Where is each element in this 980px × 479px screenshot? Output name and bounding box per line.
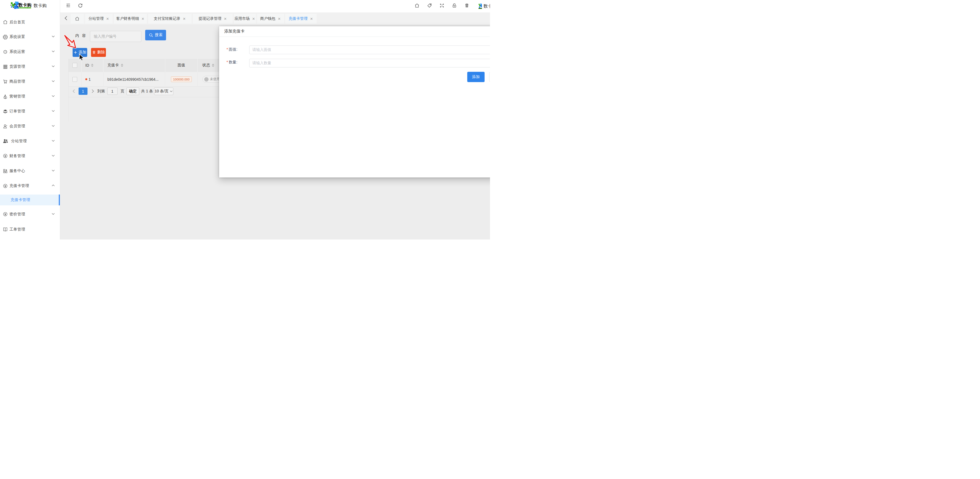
svg-text:数卡购: 数卡购 — [18, 3, 32, 7]
svg-text:数卡购: 数卡购 — [33, 3, 46, 8]
svg-text:S h u K a G o u . C o m: S h u K a G o u . C o m — [19, 7, 30, 9]
